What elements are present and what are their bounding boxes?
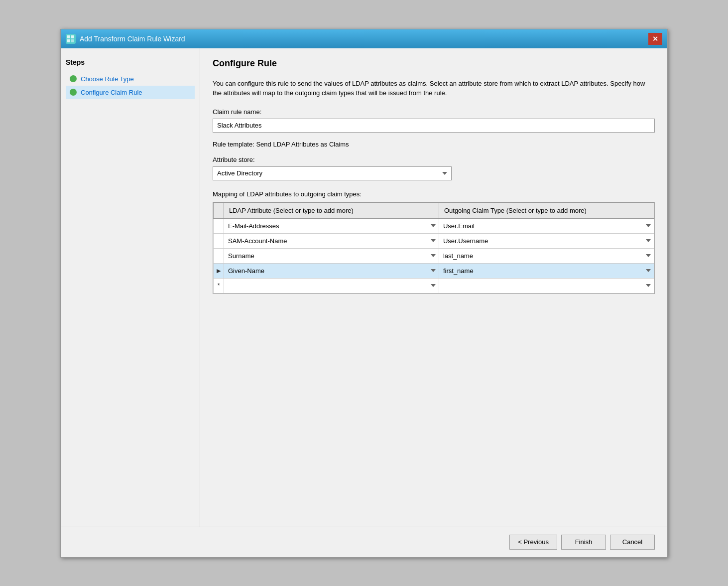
sidebar-item-configure-claim-rule[interactable]: Configure Claim Rule <box>66 86 195 99</box>
app-icon <box>66 34 76 44</box>
table-row: SAM-Account-Name User.Username <box>214 233 654 248</box>
table-row: Surname last_name <box>214 248 654 263</box>
row5-outgoing-cell[interactable] <box>439 278 654 293</box>
row4-outgoing-select[interactable]: first_name <box>439 264 654 278</box>
sidebar-title: Steps <box>66 58 195 66</box>
title-bar-left: Add Transform Claim Rule Wizard <box>66 34 185 44</box>
row3-outgoing-select[interactable]: last_name <box>439 249 654 263</box>
svg-rect-2 <box>67 39 70 42</box>
main-panel: Configure Rule You can configure this ru… <box>200 48 667 527</box>
row1-ldap-select[interactable]: E-Mail-Addresses <box>224 219 439 233</box>
row5-indicator: * <box>214 278 224 293</box>
col-header-ldap: LDAP Attribute (Select or type to add mo… <box>224 202 439 218</box>
svg-rect-3 <box>71 39 74 42</box>
row2-indicator <box>214 233 224 248</box>
row1-outgoing-select[interactable]: User.Email <box>439 219 654 233</box>
svg-rect-0 <box>67 35 70 38</box>
table-row-selected: ▶ Given-Name first_name <box>214 263 654 278</box>
attribute-store-label: Attribute store: <box>213 156 655 163</box>
svg-rect-1 <box>71 35 74 38</box>
row1-outgoing-cell[interactable]: User.Email <box>439 218 654 233</box>
sidebar-item-choose-rule-type[interactable]: Choose Rule Type <box>66 72 195 86</box>
row5-ldap-select[interactable] <box>224 279 439 293</box>
claim-rule-name-input[interactable] <box>213 119 655 133</box>
col-header-indicator <box>214 202 224 218</box>
cancel-button[interactable]: Cancel <box>610 535 655 550</box>
row1-indicator <box>214 218 224 233</box>
rule-template-text: Rule template: Send LDAP Attributes as C… <box>213 141 655 148</box>
row4-outgoing-cell[interactable]: first_name <box>439 263 654 278</box>
row4-ldap-cell[interactable]: Given-Name <box>224 263 439 278</box>
row4-ldap-select[interactable]: Given-Name <box>224 264 439 278</box>
row1-ldap-cell[interactable]: E-Mail-Addresses <box>224 218 439 233</box>
footer: < Previous Finish Cancel <box>61 527 667 557</box>
table-row: E-Mail-Addresses User.Email <box>214 218 654 233</box>
table-header-row: LDAP Attribute (Select or type to add mo… <box>214 202 654 218</box>
window-title: Add Transform Claim Rule Wizard <box>80 35 185 43</box>
mapping-table-wrapper: LDAP Attribute (Select or type to add mo… <box>213 202 655 294</box>
step-label-1: Choose Rule Type <box>81 75 134 83</box>
mapping-label: Mapping of LDAP attributes to outgoing c… <box>213 190 655 198</box>
row2-ldap-select[interactable]: SAM-Account-Name <box>224 234 439 248</box>
table-row-new: * <box>214 278 654 293</box>
row2-outgoing-select[interactable]: User.Username <box>439 234 654 248</box>
sidebar: Steps Choose Rule Type Configure Claim R… <box>61 48 200 527</box>
page-title: Configure Rule <box>213 58 655 69</box>
row3-ldap-select[interactable]: Surname <box>224 249 439 263</box>
wizard-window: Add Transform Claim Rule Wizard ✕ Steps … <box>60 29 668 558</box>
row4-indicator: ▶ <box>214 263 224 278</box>
close-button[interactable]: ✕ <box>648 33 662 45</box>
step-dot-1 <box>70 75 77 82</box>
description-text: You can configure this rule to send the … <box>213 79 655 98</box>
row3-indicator <box>214 248 224 263</box>
col-header-outgoing: Outgoing Claim Type (Select or type to a… <box>439 202 654 218</box>
finish-button[interactable]: Finish <box>561 535 606 550</box>
claim-rule-name-label: Claim rule name: <box>213 108 655 116</box>
attribute-store-dropdown[interactable]: Active Directory <box>213 166 452 180</box>
row5-ldap-cell[interactable] <box>224 278 439 293</box>
previous-button[interactable]: < Previous <box>509 535 557 550</box>
row3-ldap-cell[interactable]: Surname <box>224 248 439 263</box>
title-bar: Add Transform Claim Rule Wizard ✕ <box>61 29 667 48</box>
step-dot-2 <box>70 89 77 96</box>
row3-outgoing-cell[interactable]: last_name <box>439 248 654 263</box>
mapping-table: LDAP Attribute (Select or type to add mo… <box>213 202 654 293</box>
row2-outgoing-cell[interactable]: User.Username <box>439 233 654 248</box>
content-area: Steps Choose Rule Type Configure Claim R… <box>61 48 667 527</box>
row2-ldap-cell[interactable]: SAM-Account-Name <box>224 233 439 248</box>
step-label-2: Configure Claim Rule <box>81 89 142 96</box>
row5-outgoing-select[interactable] <box>439 279 654 293</box>
